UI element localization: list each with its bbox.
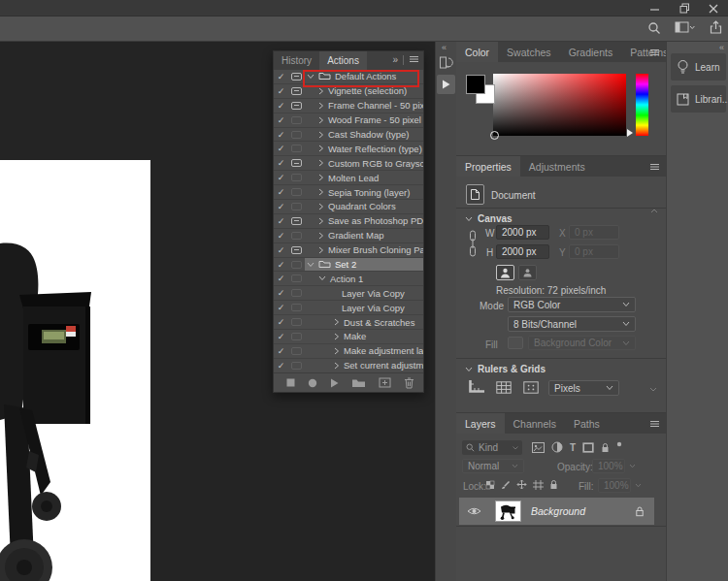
modal-dialog-toggle[interactable] bbox=[288, 359, 305, 372]
rulers-grids-section-header[interactable]: Rulers & Grids bbox=[465, 364, 546, 374]
include-checkmark-icon[interactable]: ✓ bbox=[274, 156, 288, 170]
include-checkmark-icon[interactable]: ✓ bbox=[274, 229, 288, 242]
panel-menu-icon[interactable] bbox=[649, 48, 660, 58]
chevron-right-icon[interactable] bbox=[318, 102, 324, 110]
share-icon[interactable] bbox=[710, 20, 722, 37]
include-checkmark-icon[interactable]: ✓ bbox=[274, 84, 288, 98]
action-row-set-current-adjustment[interactable]: ✓Set current adjustment... bbox=[274, 359, 423, 373]
action-row-make-adjustment-layer[interactable]: ✓Make adjustment layer bbox=[274, 344, 423, 359]
canvas-section-header[interactable]: Canvas bbox=[465, 213, 513, 224]
tab-properties[interactable]: Properties bbox=[456, 156, 520, 177]
include-checkmark-icon[interactable]: ✓ bbox=[274, 301, 288, 314]
modal-dialog-toggle[interactable] bbox=[288, 286, 305, 300]
tab-channels[interactable]: Channels bbox=[505, 413, 565, 434]
action-row-action-1[interactable]: ✓Action 1 bbox=[274, 272, 423, 286]
chevron-right-icon[interactable] bbox=[318, 116, 324, 124]
action-row-water-reflection-type[interactable]: ✓Water Reflection (type) bbox=[274, 142, 423, 156]
chevron-right-icon[interactable] bbox=[334, 333, 340, 340]
modal-dialog-toggle[interactable] bbox=[288, 243, 305, 257]
include-checkmark-icon[interactable]: ✓ bbox=[274, 243, 288, 257]
include-checkmark-icon[interactable]: ✓ bbox=[274, 142, 288, 155]
modal-dialog-toggle[interactable] bbox=[288, 128, 305, 142]
height-field[interactable]: 2000 px bbox=[496, 244, 549, 259]
action-row-set-2[interactable]: ✓Set 2 bbox=[274, 258, 423, 273]
filter-lock-icon[interactable] bbox=[601, 442, 610, 453]
lock-artboard-icon[interactable] bbox=[533, 480, 544, 490]
action-row-quadrant-colors[interactable]: ✓Quadrant Colors bbox=[274, 200, 423, 214]
minimize-button[interactable] bbox=[648, 2, 662, 16]
foreground-color-swatch[interactable] bbox=[466, 75, 485, 94]
action-row-frame-channel-50-pixel[interactable]: ✓Frame Channel - 50 pixel bbox=[274, 99, 423, 113]
record-icon[interactable] bbox=[308, 378, 317, 388]
play-icon[interactable] bbox=[330, 378, 339, 388]
modal-dialog-toggle[interactable] bbox=[288, 200, 305, 213]
modal-dialog-toggle[interactable] bbox=[288, 70, 305, 83]
modal-dialog-toggle[interactable] bbox=[288, 330, 305, 343]
chevron-down-icon[interactable] bbox=[318, 275, 326, 281]
action-row-wood-frame-50-pixel[interactable]: ✓Wood Frame - 50 pixel bbox=[274, 113, 423, 128]
width-field[interactable]: 2000 px bbox=[496, 225, 549, 240]
toggle-dot-icon[interactable] bbox=[616, 441, 622, 453]
panel-menu-icon[interactable] bbox=[649, 162, 660, 173]
units-dropdown[interactable]: Pixels bbox=[548, 380, 619, 396]
lock-transparency-icon[interactable] bbox=[485, 480, 495, 490]
include-checkmark-icon[interactable]: ✓ bbox=[274, 344, 288, 358]
modal-dialog-toggle[interactable] bbox=[288, 272, 305, 285]
link-dimensions-icon[interactable] bbox=[468, 230, 478, 259]
bit-depth-dropdown[interactable]: 8 Bits/Channel bbox=[508, 316, 636, 332]
modal-dialog-toggle[interactable] bbox=[288, 344, 305, 358]
delete-icon[interactable] bbox=[404, 377, 414, 389]
modal-dialog-toggle[interactable] bbox=[288, 229, 305, 242]
include-checkmark-icon[interactable]: ✓ bbox=[274, 272, 288, 285]
chevron-right-icon[interactable] bbox=[334, 347, 340, 355]
history-panel-icon[interactable] bbox=[439, 54, 454, 73]
tab-gradients[interactable]: Gradients bbox=[560, 42, 622, 62]
workspace-switcher-icon[interactable] bbox=[675, 21, 696, 36]
saturation-brightness-field[interactable] bbox=[493, 74, 626, 136]
modal-dialog-toggle[interactable] bbox=[288, 171, 305, 184]
dot-grid-icon[interactable] bbox=[523, 381, 539, 394]
color-picker-handle[interactable] bbox=[490, 131, 499, 140]
chevron-right-icon[interactable] bbox=[334, 318, 340, 326]
tab-actions[interactable]: Actions bbox=[319, 51, 367, 70]
action-row-default-actions[interactable]: ✓Default Actions bbox=[274, 70, 423, 84]
include-checkmark-icon[interactable]: ✓ bbox=[274, 315, 288, 329]
chevron-right-icon[interactable] bbox=[318, 131, 324, 139]
rail-item-librari[interactable]: Librari... bbox=[671, 85, 726, 113]
restore-button[interactable] bbox=[678, 2, 691, 16]
modal-dialog-toggle[interactable] bbox=[288, 142, 305, 155]
modal-dialog-toggle[interactable] bbox=[288, 84, 305, 98]
action-row-make[interactable]: ✓Make bbox=[274, 330, 423, 344]
expand-dock-icon[interactable]: « bbox=[442, 43, 446, 52]
new-set-icon[interactable] bbox=[351, 377, 366, 388]
action-row-save-as-photoshop-pdf[interactable]: ✓Save as Photoshop PDF bbox=[274, 214, 423, 229]
modal-dialog-toggle[interactable] bbox=[288, 185, 305, 199]
chevron-right-icon[interactable] bbox=[318, 246, 324, 254]
chevron-down-icon[interactable] bbox=[307, 74, 314, 80]
include-checkmark-icon[interactable]: ✓ bbox=[274, 185, 288, 199]
actions-panel-play-icon[interactable] bbox=[437, 75, 455, 94]
include-checkmark-icon[interactable]: ✓ bbox=[274, 70, 288, 83]
filter-frame-icon[interactable] bbox=[582, 442, 594, 453]
tab-color[interactable]: Color bbox=[456, 42, 498, 62]
lock-all-icon[interactable] bbox=[549, 479, 558, 490]
tab-history[interactable]: History bbox=[274, 51, 319, 70]
filter-adjustment-icon[interactable] bbox=[551, 441, 563, 453]
include-checkmark-icon[interactable]: ✓ bbox=[274, 359, 288, 372]
include-checkmark-icon[interactable]: ✓ bbox=[274, 128, 288, 142]
chevron-right-icon[interactable] bbox=[318, 188, 324, 196]
filter-type-icon[interactable]: T bbox=[570, 442, 576, 453]
action-row-layer-via-copy[interactable]: ✓Layer Via Copy bbox=[274, 286, 423, 301]
scroll-down-icon[interactable] bbox=[649, 383, 657, 394]
action-row-molten-lead[interactable]: ✓Molten Lead bbox=[274, 171, 423, 185]
layer-thumbnail[interactable] bbox=[495, 500, 521, 522]
lock-position-icon[interactable] bbox=[516, 479, 527, 490]
include-checkmark-icon[interactable]: ✓ bbox=[274, 330, 288, 343]
modal-dialog-toggle[interactable] bbox=[288, 156, 305, 170]
search-icon[interactable] bbox=[647, 21, 661, 37]
include-checkmark-icon[interactable]: ✓ bbox=[274, 99, 288, 113]
layer-filter-search[interactable]: Kind bbox=[462, 440, 522, 455]
modal-dialog-toggle[interactable] bbox=[288, 315, 305, 329]
include-checkmark-icon[interactable]: ✓ bbox=[274, 200, 288, 213]
panel-menu-icon[interactable] bbox=[409, 54, 419, 65]
